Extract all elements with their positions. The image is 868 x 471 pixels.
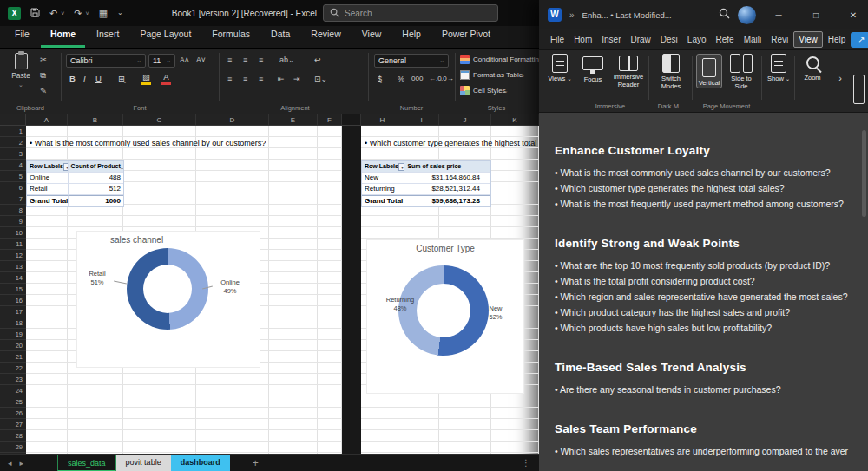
immersive-reader-button[interactable]: Immersive Reader xyxy=(610,54,647,88)
doughnut-sales-channel[interactable] xyxy=(127,248,208,330)
switch-modes-button[interactable]: Switch Modes xyxy=(654,54,688,90)
cut-icon[interactable]: ✂ xyxy=(40,56,47,64)
row-header[interactable]: 2 xyxy=(0,137,26,148)
search-box[interactable] xyxy=(323,4,498,22)
row-header[interactable]: 23 xyxy=(0,374,26,385)
tab-home[interactable]: Home xyxy=(41,24,85,48)
grow-font-button[interactable]: A˄ xyxy=(180,56,189,64)
maximize-button[interactable]: □ xyxy=(801,10,831,20)
document-canvas[interactable]: Enhance Customer Loyalty What is the mos… xyxy=(539,113,868,471)
number-format-select[interactable]: General⌄ xyxy=(374,54,449,68)
tab-references[interactable]: Refe xyxy=(712,32,739,47)
comma-style-button[interactable]: 000 xyxy=(411,75,423,82)
wrap-text-button[interactable]: ↩ xyxy=(314,56,321,64)
avatar[interactable] xyxy=(738,6,756,24)
font-size-select[interactable]: 11⌄ xyxy=(148,54,175,68)
shrink-font-button[interactable]: A˅ xyxy=(196,56,206,64)
row-header[interactable]: 16 xyxy=(0,295,26,306)
decrease-decimal-button[interactable]: .0→ xyxy=(441,75,454,82)
column-header[interactable]: F xyxy=(318,114,342,125)
more-icon[interactable]: ⋮ xyxy=(522,458,539,468)
tab-insert[interactable]: Insert xyxy=(87,24,128,48)
tab-page-layout[interactable]: Page Layout xyxy=(130,24,201,48)
pivot-table-customer-type[interactable]: Row Labels▼ Sum of sales price New $31,1… xyxy=(361,160,491,207)
share-button[interactable]: ↗ Share ⌄ xyxy=(851,32,868,48)
format-painter-icon[interactable]: ✎ xyxy=(40,87,47,95)
sheet-tab-povit-table[interactable]: povit table xyxy=(116,455,171,471)
fill-color-button[interactable]: ▨ xyxy=(141,73,151,85)
tab-insert[interactable]: Inser xyxy=(597,32,625,47)
merge-center-button[interactable]: ⊡⌄ xyxy=(314,75,327,83)
chevron-down-icon[interactable]: ˅ xyxy=(86,10,89,16)
tab-review[interactable]: Revi xyxy=(766,32,792,47)
show-button[interactable]: Show ⌄ xyxy=(766,54,792,83)
column-header[interactable]: B xyxy=(68,114,123,125)
row-header[interactable]: 20 xyxy=(0,340,26,351)
chevron-down-icon[interactable]: ˅ xyxy=(61,10,64,16)
row-header[interactable]: 10 xyxy=(0,227,26,239)
column-header[interactable]: K xyxy=(491,114,539,125)
align-middle-button[interactable]: ≡ xyxy=(243,56,247,64)
increase-indent-button[interactable]: ⇥ xyxy=(293,75,300,83)
increase-decimal-button[interactable]: ←.0 xyxy=(429,75,442,82)
question-cell-1[interactable]: • What is the most commonly used sales c… xyxy=(30,139,266,147)
sheet-tab-sales-data[interactable]: sales_data xyxy=(57,455,116,471)
bold-button[interactable]: B xyxy=(69,74,76,83)
row-header[interactable]: 3 xyxy=(0,148,26,160)
search-icon[interactable] xyxy=(719,7,730,23)
tab-file[interactable]: File xyxy=(5,24,39,48)
tab-file[interactable]: File xyxy=(546,32,569,47)
table-icon[interactable]: ▦ xyxy=(99,9,108,18)
row-header[interactable]: 6 xyxy=(0,182,26,193)
worksheet-grid[interactable]: 1 2 3 4 5 6 7 8 9 10 11 12 13 14 15 16 1… xyxy=(0,126,539,454)
font-name-select[interactable]: Calibri⌄ xyxy=(66,54,146,68)
italic-button[interactable]: I xyxy=(83,75,86,83)
orientation-button[interactable]: ab⌄ xyxy=(279,56,295,64)
filter-icon[interactable]: ▼ xyxy=(398,163,404,171)
tab-design[interactable]: Desi xyxy=(656,32,682,47)
tab-mailings[interactable]: Maili xyxy=(740,32,766,47)
row-header[interactable]: 8 xyxy=(0,205,26,216)
chevrons-icon[interactable]: » xyxy=(569,10,575,20)
tab-help[interactable]: Help xyxy=(824,32,851,47)
format-as-table-button[interactable]: Format as Table ⌄ xyxy=(460,70,539,80)
row-header[interactable]: 18 xyxy=(0,317,26,329)
zoom-button[interactable]: Zoom xyxy=(799,54,825,82)
pivot-table-sales-channel[interactable]: Row Labels▼ Count of Product_ID Online 4… xyxy=(26,160,124,207)
percent-style-button[interactable]: % xyxy=(398,75,404,83)
question-cell-2[interactable]: • Which customer type generates the high… xyxy=(365,139,538,147)
chart-sales-channel[interactable]: sales channel Retail51% Online49% xyxy=(76,231,260,368)
copy-icon[interactable]: ⧉ xyxy=(40,71,46,80)
tab-help[interactable]: Help xyxy=(392,24,431,48)
tab-data[interactable]: Data xyxy=(261,24,299,48)
row-header[interactable]: 4 xyxy=(0,160,26,171)
tab-view[interactable]: View xyxy=(793,31,823,48)
row-header[interactable]: 11 xyxy=(0,239,26,250)
conditional-formatting-button[interactable]: Conditional Formatting xyxy=(460,55,539,64)
row-header[interactable]: 17 xyxy=(0,306,26,317)
align-right-button[interactable]: ≡ xyxy=(259,75,263,83)
column-header[interactable]: E xyxy=(269,114,318,125)
column-header[interactable]: I xyxy=(404,114,439,125)
tab-draw[interactable]: Draw xyxy=(626,32,654,47)
select-all-corner[interactable] xyxy=(0,114,26,125)
row-header[interactable]: 12 xyxy=(0,250,26,261)
chevron-down-icon[interactable]: ⌄ xyxy=(99,78,104,85)
new-sheet-button[interactable]: + xyxy=(253,457,259,469)
row-header[interactable]: 28 xyxy=(0,430,26,442)
row-header[interactable]: 7 xyxy=(0,193,26,205)
font-color-button[interactable]: A xyxy=(161,73,171,85)
row-header[interactable]: 19 xyxy=(0,329,26,340)
sheet-next-icon[interactable]: ▸ xyxy=(20,459,32,468)
row-header[interactable]: 15 xyxy=(0,284,26,295)
scrollbar-thumb[interactable] xyxy=(862,130,866,217)
column-header[interactable]: G xyxy=(342,114,361,125)
row-header[interactable]: 22 xyxy=(0,363,26,374)
minimize-button[interactable]: ─ xyxy=(764,10,793,20)
row-header[interactable]: 14 xyxy=(0,272,26,284)
tab-review[interactable]: Review xyxy=(301,24,350,48)
customize-toolbar-icon[interactable]: ⌄ xyxy=(117,10,123,16)
tab-formulas[interactable]: Formulas xyxy=(202,24,260,48)
chevron-down-icon[interactable]: ⌄ xyxy=(378,78,384,85)
redo-icon[interactable]: ↷ xyxy=(74,9,82,18)
